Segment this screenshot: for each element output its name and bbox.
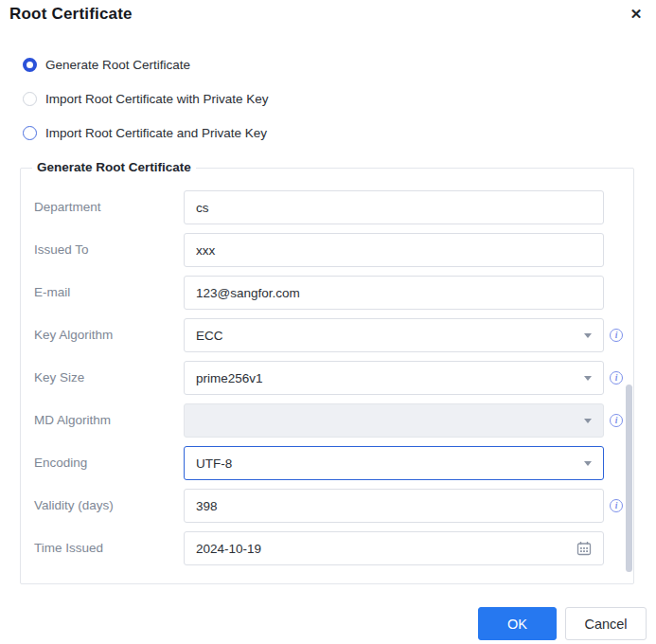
validity-field <box>184 489 604 523</box>
info-icon[interactable]: i <box>610 499 623 512</box>
field-label: Department <box>34 190 101 224</box>
field-label: Time Issued <box>34 531 103 565</box>
chevron-down-icon <box>584 419 592 423</box>
encoding-select[interactable]: UTF-8 <box>184 446 604 480</box>
radio-unselected-icon <box>23 92 37 106</box>
radio-label: Import Root Certificate and Private Key <box>45 126 267 140</box>
group-legend: Generate Root Certificate <box>32 160 196 174</box>
selected-value: ECC <box>196 329 576 343</box>
chevron-down-icon <box>584 461 592 466</box>
cancel-button[interactable]: Cancel <box>565 607 647 640</box>
selected-value: UTF-8 <box>196 456 576 471</box>
form-row-email: E-mail <box>21 276 633 310</box>
form-row-encoding: Encoding UTF-8 <box>21 446 633 480</box>
issued-to-input[interactable] <box>196 243 592 258</box>
info-icon[interactable]: i <box>610 414 623 427</box>
dialog-title: Root Certificate <box>9 5 133 24</box>
ok-button[interactable]: OK <box>478 607 557 640</box>
radio-selected-icon <box>23 58 37 72</box>
md-algorithm-select-disabled <box>184 403 604 438</box>
info-icon[interactable]: i <box>610 371 623 385</box>
time-issued-input[interactable] <box>196 542 569 556</box>
generate-root-certificate-group: Generate Root Certificate Department Iss… <box>20 168 634 584</box>
issued-to-field <box>184 233 604 267</box>
radio-import-with-private-key[interactable]: Import Root Certificate with Private Key <box>23 89 269 108</box>
radio-import-and-private-key[interactable]: Import Root Certificate and Private Key <box>23 123 267 142</box>
field-label: Issued To <box>34 233 89 267</box>
info-icon[interactable]: i <box>610 329 623 342</box>
form-row-md-algorithm: MD Algorithm i <box>21 403 633 438</box>
field-label: Key Size <box>34 361 84 395</box>
form-row-time-issued: Time Issued <box>21 531 633 565</box>
field-label: E-mail <box>34 276 70 310</box>
root-certificate-dialog: Root Certificate ✕ Generate Root Certifi… <box>0 0 656 644</box>
field-label: Validity (days) <box>34 489 114 523</box>
scrollbar-thumb[interactable] <box>626 385 632 572</box>
radio-label: Generate Root Certificate <box>45 58 190 72</box>
field-label: MD Algorithm <box>34 403 111 438</box>
radio-generate-root-certificate[interactable]: Generate Root Certificate <box>23 55 190 74</box>
key-size-select[interactable]: prime256v1 <box>184 361 604 395</box>
form-row-department: Department <box>21 190 633 224</box>
form-row-issued-to: Issued To <box>21 233 633 267</box>
close-icon[interactable]: ✕ <box>626 4 647 25</box>
radio-label: Import Root Certificate with Private Key <box>45 92 269 106</box>
chevron-down-icon <box>584 376 592 381</box>
form-row-validity: Validity (days) i <box>21 489 633 523</box>
time-issued-field <box>184 531 604 565</box>
department-field <box>184 190 604 224</box>
radio-unselected-icon <box>23 126 37 140</box>
selected-value: prime256v1 <box>196 371 576 385</box>
key-algorithm-select[interactable]: ECC <box>184 318 604 352</box>
calendar-icon[interactable] <box>576 541 592 556</box>
form-row-key-size: Key Size prime256v1 i <box>21 361 633 395</box>
form-row-key-algorithm: Key Algorithm ECC i <box>21 318 633 352</box>
chevron-down-icon <box>584 333 592 338</box>
email-input[interactable] <box>196 286 592 300</box>
email-field <box>184 276 604 310</box>
department-input[interactable] <box>196 201 592 215</box>
field-label: Key Algorithm <box>34 318 113 352</box>
validity-input[interactable] <box>196 499 592 513</box>
field-label: Encoding <box>34 446 87 480</box>
